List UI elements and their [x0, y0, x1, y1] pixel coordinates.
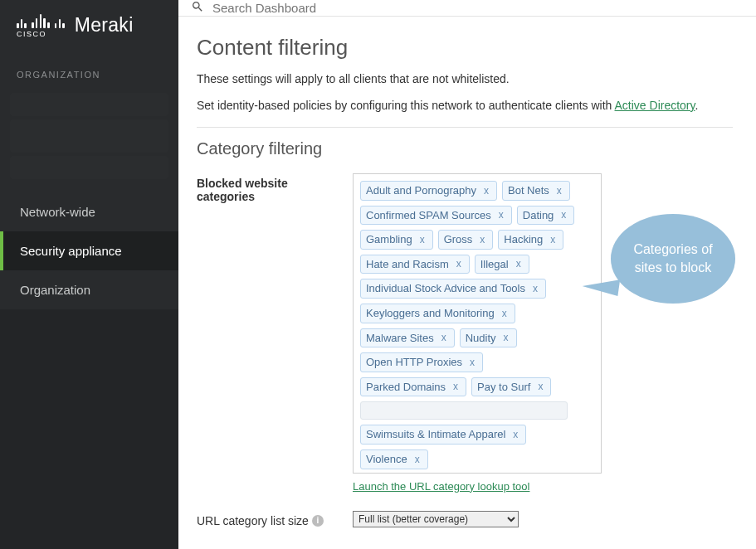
- tag-remove-icon[interactable]: x: [454, 258, 464, 270]
- tag-remove-icon[interactable]: x: [496, 209, 506, 221]
- active-directory-link[interactable]: Active Directory: [615, 99, 695, 112]
- blocked-categories-label: Blocked website categories: [197, 173, 344, 203]
- url-list-size-row: URL category list size i Full list (bett…: [197, 511, 733, 527]
- tag-remove-icon[interactable]: x: [417, 234, 427, 245]
- tag-remove-icon[interactable]: x: [439, 332, 449, 343]
- tag-label: Hacking: [504, 233, 543, 246]
- tag-remove-icon[interactable]: x: [548, 234, 558, 245]
- blocked-categories-row: Blocked website categories Adult and Por…: [197, 173, 733, 493]
- search-input[interactable]: [212, 1, 744, 15]
- category-tag[interactable]: Violencex: [360, 449, 428, 469]
- sidebar-item-network-wide[interactable]: Network-wide: [0, 192, 178, 231]
- category-tag[interactable]: Confirmed SPAM Sourcesx: [360, 206, 512, 226]
- logo: CISCO Meraki: [0, 0, 178, 46]
- tag-label: Violence: [366, 453, 407, 466]
- tag-label: Swimsuits & Intimate Apparel: [366, 428, 505, 441]
- cisco-text: CISCO: [17, 30, 65, 38]
- tag-label: Nudity: [466, 332, 496, 345]
- category-tag[interactable]: Keyloggers and Monitoringx: [360, 304, 515, 323]
- search-bar: [178, 0, 756, 17]
- tag-remove-icon[interactable]: x: [530, 283, 540, 294]
- category-tag[interactable]: Adult and Pornographyx: [360, 181, 497, 201]
- tag-label: Dating: [523, 209, 554, 222]
- sidebar-section-label: ORGANIZATION: [0, 46, 178, 86]
- category-tag[interactable]: Parked Domainsx: [360, 377, 466, 397]
- desc2-suffix: .: [695, 99, 699, 112]
- page-title: Content filtering: [197, 35, 733, 61]
- url-list-size-label: URL category list size i: [197, 511, 344, 527]
- tag-remove-icon[interactable]: x: [514, 258, 524, 270]
- section-title: Category filtering: [197, 139, 733, 158]
- category-tag[interactable]: Hate and Racismx: [360, 255, 470, 274]
- tag-remove-icon[interactable]: x: [501, 332, 511, 343]
- category-tag[interactable]: Datingx: [517, 206, 575, 226]
- tag-label: Open HTTP Proxies: [366, 356, 462, 369]
- url-list-size-label-text: URL category list size: [197, 514, 309, 527]
- blocked-categories-tagbox[interactable]: Adult and PornographyxBot NetsxConfirmed…: [353, 173, 602, 474]
- tag-label: Confirmed SPAM Sources: [366, 209, 491, 222]
- tag-label: Individual Stock Advice and Tools: [366, 282, 525, 295]
- tag-remove-icon[interactable]: x: [412, 454, 422, 465]
- tag-remove-icon[interactable]: x: [500, 308, 510, 319]
- category-tag[interactable]: Individual Stock Advice and Toolsx: [360, 279, 546, 299]
- category-tag[interactable]: Hackingx: [498, 230, 563, 250]
- tag-remove-icon[interactable]: x: [535, 381, 545, 392]
- tag-label: Parked Domains: [366, 381, 446, 394]
- sidebar-filler: [0, 309, 178, 549]
- category-tag[interactable]: Malware Sitesx: [360, 328, 455, 348]
- tag-remove-icon[interactable]: x: [481, 185, 491, 197]
- category-tag[interactable]: Gamblingx: [360, 230, 433, 250]
- category-tag[interactable]: Open HTTP Proxiesx: [360, 352, 483, 372]
- url-list-size-select[interactable]: Full list (better coverage): [353, 511, 519, 527]
- tag-label: Adult and Pornography: [366, 184, 476, 197]
- tag-remove-icon[interactable]: x: [510, 429, 520, 440]
- content: Content filtering These settings will ap…: [178, 17, 756, 549]
- tag-label: Keyloggers and Monitoring: [366, 307, 495, 320]
- search-icon: [191, 0, 204, 16]
- page-desc-1: These settings will apply to all clients…: [197, 72, 733, 85]
- tag-label: Malware Sites: [366, 332, 434, 345]
- category-tag[interactable]: Pay to Surfx: [471, 377, 551, 397]
- tag-label: Hate and Racism: [366, 258, 449, 271]
- tag-label: Bot Nets: [508, 184, 549, 197]
- tag-remove-icon[interactable]: x: [558, 209, 568, 221]
- org-placeholder-block: [0, 86, 178, 192]
- category-tag[interactable]: Bot Netsx: [502, 181, 570, 201]
- brand-text: Meraki: [75, 14, 134, 36]
- info-icon[interactable]: i: [312, 515, 324, 527]
- tag-label: Gambling: [366, 233, 412, 246]
- category-tag[interactable]: Nudityx: [460, 328, 517, 348]
- tag-remove-icon[interactable]: x: [467, 357, 477, 368]
- category-tag[interactable]: [360, 401, 568, 420]
- divider: [197, 127, 733, 128]
- tag-label: Pay to Surf: [477, 381, 530, 394]
- category-tag[interactable]: Swimsuits & Intimate Apparelx: [360, 425, 526, 445]
- tag-remove-icon[interactable]: x: [451, 381, 461, 392]
- cisco-bars-icon: [17, 12, 65, 28]
- launch-url-lookup-link[interactable]: Launch the URL category lookup tool: [353, 480, 529, 493]
- category-tag[interactable]: Illegalx: [475, 255, 529, 274]
- tag-label: Gross: [444, 233, 473, 246]
- sidebar-item-organization[interactable]: Organization: [0, 270, 178, 309]
- category-tag[interactable]: Grossx: [438, 230, 494, 250]
- cisco-logo: CISCO: [17, 12, 65, 38]
- tag-label: Illegal: [480, 258, 509, 271]
- desc2-prefix: Set identity-based policies by configuri…: [197, 99, 615, 112]
- sidebar: CISCO Meraki ORGANIZATION Network-wide S…: [0, 0, 178, 549]
- tag-remove-icon[interactable]: x: [554, 185, 564, 197]
- tag-remove-icon[interactable]: x: [477, 234, 487, 245]
- page-desc-2: Set identity-based policies by configuri…: [197, 99, 733, 112]
- sidebar-item-security-appliance[interactable]: Security appliance: [0, 231, 178, 270]
- main: Content filtering These settings will ap…: [178, 0, 756, 549]
